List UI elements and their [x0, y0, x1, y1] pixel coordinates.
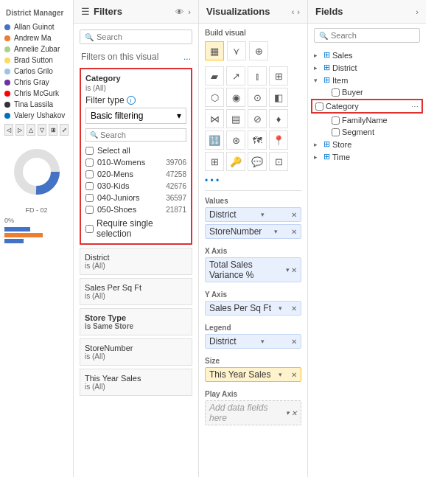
dm-list-item[interactable]: Annelie Zubar: [0, 43, 73, 55]
viz-field-pill[interactable]: District▾✕: [205, 207, 301, 222]
tree-item[interactable]: ▸⊞Time: [308, 150, 426, 163]
viz-icon-funnel[interactable]: ⋎: [227, 41, 246, 60]
filters-search-box[interactable]: 🔍: [80, 29, 192, 44]
field-child-checkbox[interactable]: [332, 128, 340, 136]
filter-item-checkbox[interactable]: [85, 159, 94, 167]
tree-child-item[interactable]: Buyer: [308, 86, 426, 98]
field-checkbox[interactable]: [315, 102, 323, 111]
viz-grid-icon-19[interactable]: 💬: [248, 152, 267, 171]
viz-grid-icon-20[interactable]: ⊡: [269, 152, 288, 171]
viz-grid-icon-2[interactable]: ↗: [226, 66, 245, 86]
viz-grid-icon-6[interactable]: ◉: [226, 88, 245, 107]
tree-item[interactable]: ▸⊞District: [308, 61, 426, 74]
viz-chevron-right[interactable]: ›: [297, 7, 300, 16]
viz-grid-icon-18[interactable]: 🔑: [226, 152, 245, 171]
chart-btn-2[interactable]: ▷: [15, 124, 24, 136]
viz-grid-icon-4[interactable]: ⊞: [269, 66, 288, 86]
filter-item[interactable]: 020-Mens47258: [85, 168, 186, 180]
pill-dropdown-arrow: ▾: [286, 409, 290, 417]
dm-list-item[interactable]: Tina Lassila: [0, 99, 73, 110]
filter-item-label: 020-Mens: [97, 170, 162, 178]
viz-field-pill[interactable]: Sales Per Sq Ft▾✕: [205, 301, 301, 316]
category-filter-search[interactable]: 🔍: [85, 128, 186, 142]
filters-chevron-icon[interactable]: ›: [188, 7, 191, 16]
viz-grid-icon-9[interactable]: ⋈: [205, 109, 224, 128]
dm-list-item[interactable]: Valery Ushakov: [0, 110, 73, 121]
filter-type-dropdown[interactable]: Basic filtering ▾: [85, 108, 186, 124]
field-row-icon[interactable]: ⋯: [411, 102, 419, 111]
pill-remove-icon[interactable]: ✕: [291, 266, 297, 274]
filter-item[interactable]: 040-Juniors36597: [85, 192, 186, 203]
dm-list-item[interactable]: Chris Gray: [0, 77, 73, 88]
viz-icon-magnify[interactable]: ⊕: [249, 41, 268, 60]
chart-btn-3[interactable]: △: [27, 124, 35, 136]
viz-grid-icon-5[interactable]: ⬡: [205, 88, 224, 107]
field-child-checkbox[interactable]: [332, 88, 340, 97]
viz-field-section: LegendDistrict▾✕: [199, 321, 307, 354]
viz-grid-icon-8[interactable]: ◧: [269, 88, 288, 107]
filter-list-icon: ☰: [81, 6, 90, 17]
chart-btn-4[interactable]: ▽: [38, 124, 46, 136]
filter-item-checkbox[interactable]: [85, 170, 94, 178]
tree-node-label: District: [332, 63, 357, 72]
fields-chevron-right[interactable]: ›: [416, 7, 419, 16]
category-search-input[interactable]: [100, 130, 182, 139]
filter-item-checkbox[interactable]: [85, 206, 94, 214]
viz-field-pill[interactable]: District▾✕: [205, 334, 301, 349]
viz-grid-icon-1[interactable]: ▰: [205, 66, 224, 86]
field-child-checkbox[interactable]: [332, 116, 340, 125]
viz-grid-icon-15[interactable]: 🗺: [248, 130, 267, 150]
filter-item-checkbox[interactable]: [85, 182, 94, 190]
viz-grid-icon-17[interactable]: ⊞: [205, 152, 224, 171]
pill-remove-icon[interactable]: ✕: [291, 304, 297, 313]
pill-remove-icon[interactable]: ✕: [291, 371, 297, 379]
tree-item[interactable]: ▾⊞Item: [308, 74, 426, 86]
tree-child-item[interactable]: Segment: [308, 126, 426, 138]
chart-btn-6[interactable]: ⤢: [60, 124, 69, 136]
filter-info-icon[interactable]: i: [127, 96, 136, 105]
pill-text: StoreNumber: [209, 226, 262, 237]
tree-item[interactable]: ▸⊞Sales: [308, 49, 426, 61]
filters-eye-icon[interactable]: 👁: [175, 7, 183, 16]
viz-grid-icon-3[interactable]: ⫿: [248, 66, 267, 86]
pill-remove-icon[interactable]: ✕: [291, 228, 297, 236]
viz-grid-icon-10[interactable]: ▤: [226, 109, 245, 128]
viz-grid-icon-16[interactable]: 📍: [269, 130, 288, 150]
more-button[interactable]: • • •: [199, 174, 307, 187]
viz-field-pill[interactable]: This Year Sales▾✕: [205, 367, 301, 382]
viz-grid-icon-11[interactable]: ⊘: [248, 109, 267, 128]
viz-field-pill[interactable]: Total Sales Variance %▾✕: [205, 257, 301, 282]
pill-remove-icon[interactable]: ✕: [291, 338, 297, 346]
viz-grid-icon-14[interactable]: ⊛: [226, 130, 245, 150]
dm-list-item[interactable]: Brad Sutton: [0, 55, 73, 66]
viz-field-pill[interactable]: StoreNumber▾✕: [205, 224, 301, 239]
viz-grid-icon-7[interactable]: ⊙: [248, 88, 267, 107]
dm-list-item[interactable]: Chris McGurk: [0, 88, 73, 99]
tree-child-label: Segment: [342, 128, 420, 136]
dm-list-item[interactable]: Andrew Ma: [0, 32, 73, 43]
filter-item[interactable]: 010-Womens39706: [85, 156, 186, 168]
chart-btn-1[interactable]: ◁: [4, 124, 13, 136]
filter-item[interactable]: 030-Kids42676: [85, 180, 186, 192]
category-field-row[interactable]: Category⋯: [312, 100, 421, 112]
filters-search-input[interactable]: [97, 32, 187, 41]
viz-grid-icon-13[interactable]: 🔢: [205, 130, 224, 150]
tree-item[interactable]: ▸⊞Store: [308, 138, 426, 150]
filter-select-all[interactable]: Select all: [85, 145, 186, 156]
dm-list-item[interactable]: Allan Guinot: [0, 21, 73, 32]
viz-icon-bar[interactable]: ▦: [205, 41, 224, 60]
filter-item[interactable]: 050-Shoes21871: [85, 203, 186, 215]
fields-search-input[interactable]: [331, 31, 415, 40]
tree-child-item[interactable]: FamilyName: [308, 114, 426, 126]
pill-remove-icon[interactable]: ✕: [291, 211, 297, 219]
viz-field-pill[interactable]: Add data fields here▾✕: [205, 400, 301, 425]
pill-remove-icon[interactable]: ✕: [291, 409, 297, 417]
viz-grid-icon-12[interactable]: ♦: [269, 109, 288, 128]
chart-btn-5[interactable]: ⊞: [49, 124, 57, 136]
fields-search-box[interactable]: 🔍: [314, 28, 420, 43]
dm-list-item[interactable]: Carlos Grilo: [0, 66, 73, 77]
require-checkbox[interactable]: [85, 225, 94, 233]
viz-chevron-left[interactable]: ‹: [292, 7, 295, 16]
select-all-checkbox[interactable]: [85, 147, 94, 155]
filter-item-checkbox[interactable]: [85, 194, 94, 202]
